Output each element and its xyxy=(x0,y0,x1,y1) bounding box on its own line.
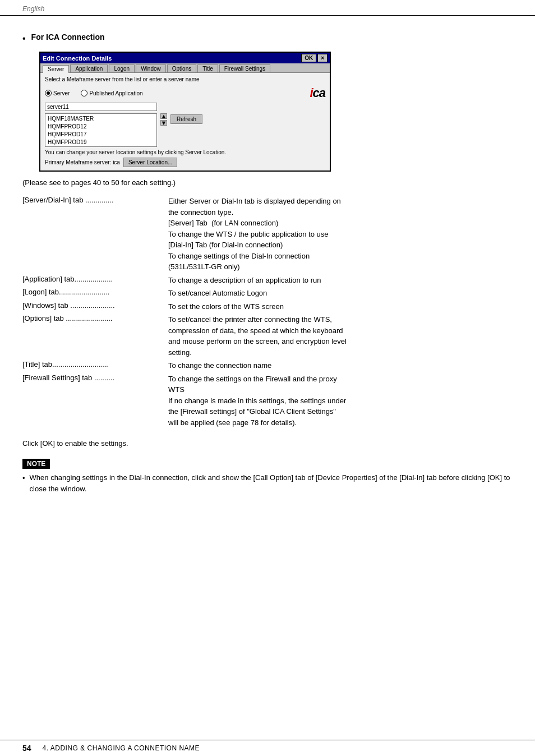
desc-key-windows: [Windows] tab ...................... xyxy=(22,301,168,312)
descriptions-section: [Server/Dial-In] tab .............. Eith… xyxy=(22,196,513,428)
tab-options[interactable]: Options xyxy=(167,64,196,72)
radio-row: Server Published Application ica xyxy=(45,86,325,100)
radio-server-label: Server xyxy=(53,90,70,96)
primary-label: Primary Metaframe server: ica xyxy=(45,159,120,165)
scroll-up-button[interactable]: ▲ xyxy=(160,113,167,119)
desc-val-application: To change a description of an applicatio… xyxy=(168,275,513,286)
ok-button[interactable]: OK xyxy=(301,54,316,62)
dialog-title: Edit Connection Details xyxy=(43,55,112,62)
dialog-instruction: Select a Metaframe server from the list … xyxy=(45,76,325,82)
server-list-item[interactable]: HQMFPROD12 xyxy=(47,123,155,131)
desc-row-logon: [Logon] tab......................... To … xyxy=(22,288,513,299)
note-bullet: • When changing settings in the Dial-In … xyxy=(22,472,513,494)
bullet-item-label: For ICA Connection xyxy=(31,33,105,42)
dialog-titlebar: Edit Connection Details OK × xyxy=(40,53,330,63)
tab-title[interactable]: Title xyxy=(197,64,218,72)
note-section: NOTE • When changing settings in the Dia… xyxy=(22,459,513,494)
desc-key-server: [Server/Dial-In] tab .............. xyxy=(22,196,168,273)
list-and-btn: HQMF18MASTER HQMFPROD12 HQMFPROD17 HQMFP… xyxy=(45,113,325,147)
ica-logo: ica xyxy=(310,86,325,100)
bullet-dot: • xyxy=(22,33,26,45)
desc-val-server: Either Server or Dial-In tab is displaye… xyxy=(168,196,513,273)
desc-key-firewall: [Firewall Settings] tab .......... xyxy=(22,374,168,428)
close-button[interactable]: × xyxy=(317,54,328,62)
info-text: You can change your server location sett… xyxy=(45,149,325,155)
note-content: • When changing settings in the Dial-In … xyxy=(22,472,513,494)
note-text: When changing settings in the Dial-In co… xyxy=(30,472,513,494)
radio-published-label: Published Application xyxy=(89,90,142,96)
radio-published-circle xyxy=(81,90,87,96)
radio-published[interactable]: Published Application xyxy=(81,90,142,96)
server-input-row xyxy=(45,103,325,111)
note-label: NOTE xyxy=(22,459,50,469)
tab-window[interactable]: Window xyxy=(136,64,166,72)
desc-row-firewall: [Firewall Settings] tab .......... To ch… xyxy=(22,374,513,428)
footer-page-number: 54 xyxy=(22,744,31,753)
server-location-button[interactable]: Server Location... xyxy=(123,158,177,167)
desc-key-options: [Options] tab ....................... xyxy=(22,314,168,358)
desc-key-title: [Title] tab............................ xyxy=(22,360,168,371)
tab-logon[interactable]: Logon xyxy=(109,64,135,72)
scroll-down-button[interactable]: ▼ xyxy=(160,120,167,126)
radio-server[interactable]: Server xyxy=(45,90,70,96)
intro-note: (Please see to pages 40 to 50 for each s… xyxy=(22,178,513,187)
refresh-button[interactable]: Refresh xyxy=(170,114,202,124)
tab-server[interactable]: Server xyxy=(43,65,69,73)
dialog-wrapper: Edit Connection Details OK × Server Appl… xyxy=(39,52,513,172)
dialog-title-buttons: OK × xyxy=(301,54,328,62)
desc-row-windows: [Windows] tab ...................... To … xyxy=(22,301,513,312)
desc-key-application: [Application] tab................... xyxy=(22,275,168,286)
click-ok-text: Click [OK] to enable the settings. xyxy=(22,439,513,448)
page-container: English • For ICA Connection Edit Connec… xyxy=(0,0,535,756)
desc-key-logon: [Logon] tab......................... xyxy=(22,288,168,299)
tab-application[interactable]: Application xyxy=(70,64,108,72)
desc-row-options: [Options] tab ....................... To… xyxy=(22,314,513,358)
desc-val-title: To change the connection name xyxy=(168,360,513,371)
dialog-tabs: Server Application Logon Window Options … xyxy=(40,63,330,73)
desc-row-title: [Title] tab............................ … xyxy=(22,360,513,371)
server-input[interactable] xyxy=(45,103,157,111)
edit-connection-dialog: Edit Connection Details OK × Server Appl… xyxy=(39,52,331,172)
note-bullet-dot: • xyxy=(22,473,25,484)
desc-val-windows: To set the colors of the WTS screen xyxy=(168,301,513,312)
desc-val-options: To set/cancel the printer after connecti… xyxy=(168,314,513,358)
desc-val-logon: To set/cancel Automatic Logon xyxy=(168,288,513,299)
bullet-item-ica: • For ICA Connection xyxy=(22,33,513,45)
header-language: English xyxy=(22,5,44,13)
server-list-item[interactable]: HQMF18MASTER xyxy=(47,115,155,123)
footer-chapter: 4. ADDING & CHANGING A CONNETION NAME xyxy=(43,744,200,752)
server-list[interactable]: HQMF18MASTER HQMFPROD12 HQMFPROD17 HQMFP… xyxy=(45,113,157,147)
page-header: English xyxy=(0,0,535,16)
radio-server-circle xyxy=(45,90,52,96)
server-list-item[interactable]: HQMFPROD19 xyxy=(47,139,155,146)
tab-firewall-settings[interactable]: Firewall Settings xyxy=(219,64,270,72)
dialog-body: Select a Metaframe server from the list … xyxy=(40,73,330,170)
server-list-item[interactable]: HQMFPROD17 xyxy=(47,131,155,139)
primary-row: Primary Metaframe server: ica Server Loc… xyxy=(45,158,325,167)
main-content: • For ICA Connection Edit Connection Det… xyxy=(0,16,535,528)
page-footer: 54 4. ADDING & CHANGING A CONNETION NAME xyxy=(0,740,535,756)
desc-row-server: [Server/Dial-In] tab .............. Eith… xyxy=(22,196,513,273)
desc-row-application: [Application] tab................... To … xyxy=(22,275,513,286)
desc-val-firewall: To change the settings on the Firewall a… xyxy=(168,374,513,428)
